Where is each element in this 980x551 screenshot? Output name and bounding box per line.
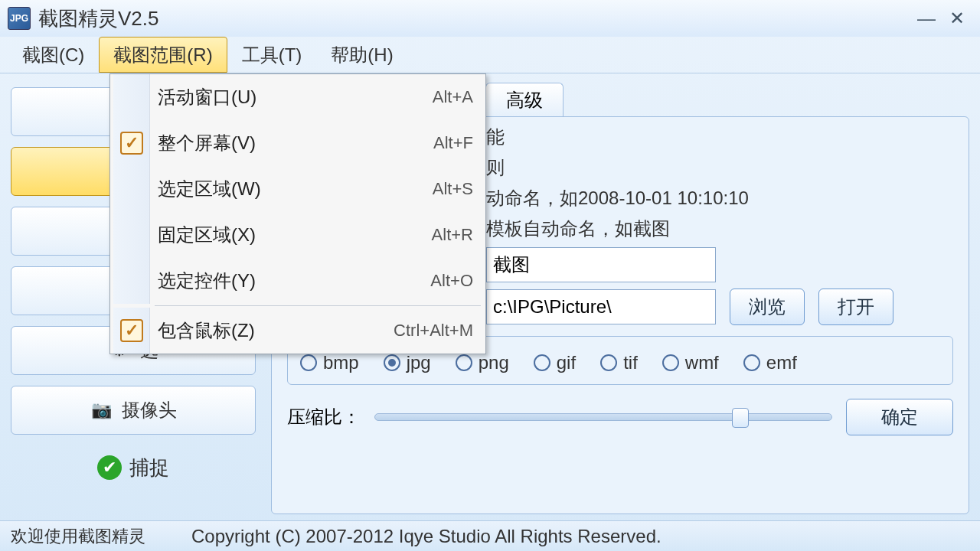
path-row: 浏览 打开 — [486, 289, 953, 325]
dd-check-col — [113, 74, 150, 120]
dd-check-col — [113, 212, 150, 258]
btn-label: 捕捉 — [129, 455, 169, 481]
dd-select-control[interactable]: 选定控件(Y) Alt+O — [110, 258, 485, 304]
dd-accel: Alt+S — [433, 179, 473, 199]
title-bar: JPG 截图精灵V2.5 — ✕ — [0, 0, 980, 37]
compress-row: 压缩比： 确定 — [287, 399, 953, 435]
open-button[interactable]: 打开 — [818, 289, 893, 325]
range-dropdown: 活动窗口(U) Alt+A ✓ 整个屏幕(V) Alt+F 选定区域(W) Al… — [109, 73, 486, 354]
menu-help[interactable]: 帮助(H) — [316, 37, 407, 73]
text-fragment: 则 — [486, 155, 505, 180]
radio-dot — [662, 354, 679, 371]
dd-fixed-area[interactable]: 固定区域(X) Alt+R — [110, 212, 485, 258]
close-button[interactable]: ✕ — [942, 8, 972, 29]
radio-label: bmp — [323, 352, 359, 373]
dd-label: 活动窗口(U) — [158, 85, 420, 109]
dd-check-col: ✓ — [113, 120, 150, 166]
radio-tif[interactable]: tif — [600, 352, 638, 373]
check-circle-icon: ✔ — [97, 455, 122, 480]
compress-label: 压缩比： — [287, 405, 361, 429]
status-copyright: Copyright (C) 2007-2012 Iqye Studio All … — [191, 526, 662, 547]
check-icon: ✓ — [120, 132, 143, 155]
radio-label: jpg — [407, 352, 431, 373]
dd-label: 包含鼠标(Z) — [158, 318, 381, 343]
radio-label: wmf — [685, 352, 719, 373]
btn-label: 摄像头 — [122, 398, 177, 422]
status-welcome: 欢迎使用截图精灵 — [11, 525, 145, 548]
radio-wmf[interactable]: wmf — [662, 352, 719, 373]
radio-dot — [534, 354, 550, 371]
camera-icon: 📷 — [90, 399, 113, 422]
dd-label: 固定区域(X) — [158, 223, 420, 247]
name-input-row — [486, 247, 953, 282]
radio-dot — [456, 354, 472, 371]
template-row: 模板自动命名，如截图 — [486, 217, 953, 241]
text-fragment: 能 — [486, 125, 505, 149]
radio-jpg[interactable]: jpg — [384, 352, 431, 373]
path-input[interactable] — [486, 289, 716, 324]
dd-check-col: ✓ — [113, 308, 150, 354]
slider-thumb[interactable] — [732, 408, 749, 428]
menu-range[interactable]: 截图范围(R) — [99, 37, 227, 73]
rule-row: 则 — [486, 155, 953, 180]
dd-accel: Alt+R — [432, 225, 473, 245]
status-bar: 欢迎使用截图精灵 Copyright (C) 2007-2012 Iqye St… — [0, 520, 980, 551]
dd-label: 整个屏幕(V) — [158, 131, 421, 155]
text-fragment: 动命名，如2008-10-01 10:10:10 — [486, 186, 749, 210]
radio-gif[interactable]: gif — [534, 352, 576, 373]
app-icon: JPG — [8, 7, 31, 30]
dd-check-col — [113, 258, 150, 304]
radio-dot — [600, 354, 617, 371]
dd-full-screen[interactable]: ✓ 整个屏幕(V) Alt+F — [110, 120, 485, 166]
dd-accel: Alt+O — [430, 271, 473, 291]
radio-bmp[interactable]: bmp — [300, 352, 359, 373]
radio-dot — [384, 354, 400, 371]
radio-label: emf — [766, 352, 797, 373]
tab-advanced[interactable]: 高级 — [485, 83, 564, 117]
check-icon: ✓ — [120, 319, 143, 342]
autoname-row: 动命名，如2008-10-01 10:10:10 — [486, 186, 953, 210]
menu-bar: 截图(C) 截图范围(R) 工具(T) 帮助(H) — [0, 37, 980, 73]
menu-tools[interactable]: 工具(T) — [227, 37, 317, 73]
dd-accel: Alt+F — [433, 133, 473, 153]
dd-active-window[interactable]: 活动窗口(U) Alt+A — [110, 74, 485, 120]
ok-button[interactable]: 确定 — [846, 399, 953, 435]
app-title: 截图精灵V2.5 — [38, 5, 911, 32]
dd-label: 选定控件(Y) — [158, 269, 418, 293]
radio-label: gif — [557, 352, 576, 373]
format-radios: bmp jpg png gif tif wmf emf — [300, 352, 940, 373]
dd-separator — [155, 305, 481, 306]
btn-camera[interactable]: 📷 摄像头 — [11, 386, 256, 435]
feature-row: 能 — [486, 125, 953, 149]
dd-include-mouse[interactable]: ✓ 包含鼠标(Z) Ctrl+Alt+M — [110, 308, 485, 354]
dd-select-area[interactable]: 选定区域(W) Alt+S — [110, 166, 485, 212]
radio-dot — [300, 354, 317, 371]
dd-label: 选定区域(W) — [158, 177, 420, 201]
dd-accel: Alt+A — [433, 87, 473, 107]
radio-dot — [743, 354, 760, 371]
minimize-button[interactable]: — — [911, 8, 942, 29]
compress-slider[interactable] — [374, 413, 832, 421]
capture-button[interactable]: ✔ 捕捉 — [11, 448, 256, 487]
main-area: 活动窗口(U) Alt+A ✓ 整个屏幕(V) Alt+F 选定区域(W) Al… — [0, 73, 980, 520]
dd-check-col — [113, 166, 150, 212]
radio-label: tif — [623, 352, 638, 373]
text-fragment: 模板自动命名，如截图 — [486, 217, 670, 241]
menu-capture[interactable]: 截图(C) — [8, 37, 99, 73]
radio-label: png — [479, 352, 509, 373]
app-window: JPG 截图精灵V2.5 — ✕ 截图(C) 截图范围(R) 工具(T) 帮助(… — [0, 0, 980, 551]
browse-button[interactable]: 浏览 — [730, 289, 805, 325]
radio-emf[interactable]: emf — [743, 352, 797, 373]
name-input[interactable] — [486, 247, 716, 282]
dd-accel: Ctrl+Alt+M — [394, 321, 473, 341]
radio-png[interactable]: png — [456, 352, 509, 373]
